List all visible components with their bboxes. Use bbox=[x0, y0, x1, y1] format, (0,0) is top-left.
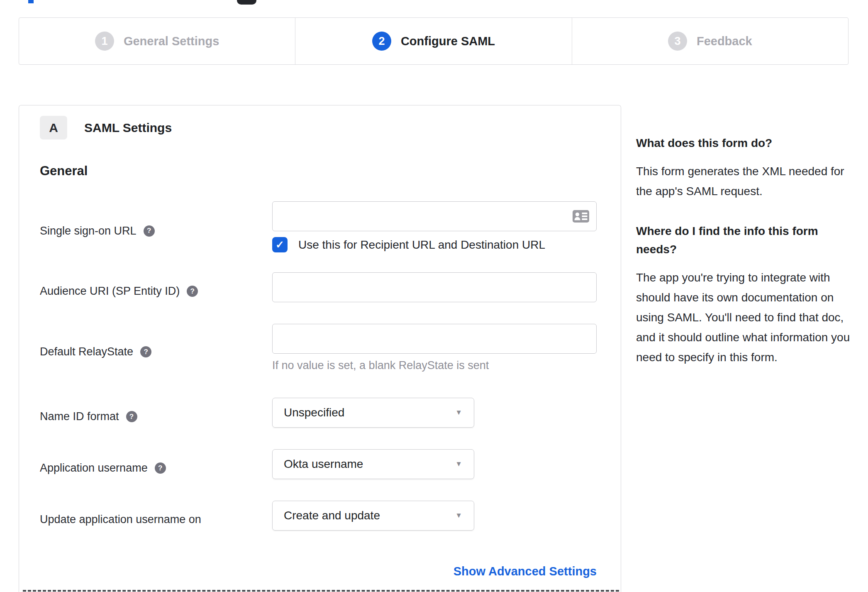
step-number-badge: 1 bbox=[95, 32, 114, 51]
saml-settings-panel: A SAML Settings General Single sign-on U… bbox=[19, 105, 621, 592]
step-number-badge: 2 bbox=[372, 32, 391, 51]
audience-uri-input[interactable] bbox=[272, 272, 597, 302]
step-configure-saml[interactable]: 2 Configure SAML bbox=[295, 18, 571, 64]
chevron-down-icon: ▼ bbox=[455, 409, 462, 417]
step-number-badge: 3 bbox=[668, 32, 687, 51]
help-question-2: Where do I find the info this form needs… bbox=[636, 222, 853, 259]
relay-state-label-group: Default RelayState ? bbox=[40, 324, 272, 372]
help-icon[interactable]: ? bbox=[144, 225, 155, 237]
name-id-format-row: Name ID format ? Unspecified ▼ bbox=[40, 398, 597, 428]
recipient-destination-checkbox[interactable]: ✓ bbox=[272, 237, 288, 252]
relay-state-label: Default RelayState bbox=[40, 345, 133, 358]
relay-state-row: Default RelayState ? If no value is set,… bbox=[40, 324, 597, 372]
help-sidebar: What does this form do? This form genera… bbox=[636, 134, 853, 388]
name-id-format-label: Name ID format bbox=[40, 410, 119, 423]
step-general-settings[interactable]: 1 General Settings bbox=[19, 18, 295, 64]
help-icon[interactable]: ? bbox=[187, 286, 198, 297]
checkmark-icon: ✓ bbox=[276, 239, 284, 251]
step-label: General Settings bbox=[124, 34, 219, 48]
help-question-1: What does this form do? bbox=[636, 134, 853, 152]
sso-url-label-group: Single sign-on URL ? bbox=[40, 201, 272, 252]
sso-url-row: Single sign-on URL ? ✓ Use this fo bbox=[40, 201, 597, 252]
wizard-stepper: 1 General Settings 2 Configure SAML 3 Fe… bbox=[19, 17, 848, 65]
panel-header: A SAML Settings bbox=[40, 116, 597, 139]
application-username-label-group: Application username ? bbox=[40, 449, 272, 479]
name-id-format-label-group: Name ID format ? bbox=[40, 398, 272, 428]
help-answer-2: The app you're trying to integrate with … bbox=[636, 268, 853, 367]
advanced-settings-row: Show Advanced Settings bbox=[40, 565, 597, 578]
update-username-select[interactable]: Create and update ▼ bbox=[272, 501, 474, 531]
contact-card-icon[interactable] bbox=[573, 210, 589, 223]
sso-url-label: Single sign-on URL bbox=[40, 225, 137, 237]
name-id-format-value: Unspecified bbox=[284, 406, 344, 419]
audience-uri-label-group: Audience URI (SP Entity ID) ? bbox=[40, 272, 272, 302]
update-username-value: Create and update bbox=[284, 509, 380, 522]
show-advanced-settings-link[interactable]: Show Advanced Settings bbox=[454, 565, 597, 578]
relay-state-input[interactable] bbox=[272, 324, 597, 354]
application-username-row: Application username ? Okta username ▼ bbox=[40, 449, 597, 479]
sso-recipient-checkbox-row: ✓ Use this for Recipient URL and Destina… bbox=[272, 237, 597, 252]
step-label: Feedback bbox=[697, 34, 752, 48]
step-feedback[interactable]: 3 Feedback bbox=[572, 18, 848, 64]
panel-title: SAML Settings bbox=[84, 121, 172, 135]
application-username-label: Application username bbox=[40, 462, 148, 475]
capture-dashed-edge bbox=[23, 590, 619, 592]
clipped-app-title-fragment bbox=[28, 0, 34, 3]
general-section-heading: General bbox=[40, 164, 597, 179]
chevron-down-icon: ▼ bbox=[455, 511, 462, 520]
help-answer-1: This form generates the XML needed for t… bbox=[636, 161, 853, 201]
update-username-row: Update application username on Create an… bbox=[40, 501, 597, 531]
help-icon[interactable]: ? bbox=[126, 411, 137, 422]
chevron-down-icon: ▼ bbox=[455, 460, 462, 468]
audience-uri-label: Audience URI (SP Entity ID) bbox=[40, 285, 180, 298]
application-username-value: Okta username bbox=[284, 457, 363, 471]
step-label: Configure SAML bbox=[401, 34, 495, 48]
name-id-format-select[interactable]: Unspecified ▼ bbox=[272, 398, 474, 428]
help-icon[interactable]: ? bbox=[155, 462, 166, 474]
section-a-badge: A bbox=[40, 116, 67, 139]
audience-uri-row: Audience URI (SP Entity ID) ? bbox=[40, 272, 597, 302]
help-icon[interactable]: ? bbox=[140, 346, 151, 357]
sso-url-input[interactable] bbox=[272, 201, 597, 231]
clipped-logo-fragment bbox=[237, 0, 256, 5]
update-username-label-group: Update application username on bbox=[40, 501, 272, 531]
update-username-label: Update application username on bbox=[40, 513, 201, 526]
application-username-select[interactable]: Okta username ▼ bbox=[272, 449, 474, 479]
recipient-destination-checkbox-label: Use this for Recipient URL and Destinati… bbox=[298, 238, 545, 252]
relay-state-hint: If no value is set, a blank RelayState i… bbox=[272, 359, 597, 372]
